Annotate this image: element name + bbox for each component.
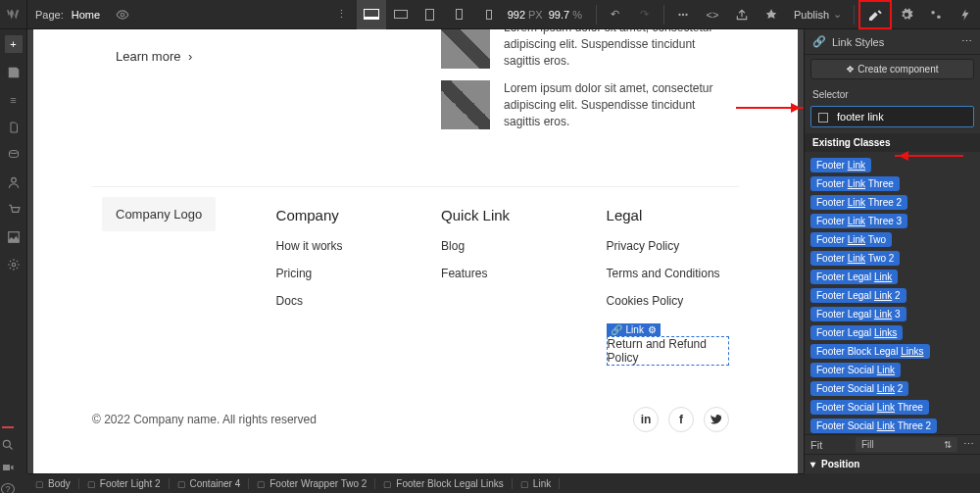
footer-link[interactable]: Privacy Policy — [607, 239, 729, 253]
class-tag[interactable]: Footer Link Three 2 — [810, 195, 907, 210]
pages-icon[interactable] — [6, 65, 22, 80]
fit-select[interactable]: Fill ⇅ — [856, 437, 957, 452]
device-laptop-icon[interactable] — [386, 0, 416, 29]
class-tag[interactable]: Footer Link Two 2 — [810, 251, 900, 266]
selector-icon — [817, 112, 829, 123]
gear-icon[interactable]: ⚙ — [648, 324, 657, 335]
style-panel: 🔗 Link Styles ⋯ ❖ Create component Selec… — [804, 29, 980, 473]
device-mobile-icon[interactable] — [474, 0, 504, 29]
selected-element-badge[interactable]: 🔗 Link ⚙ — [607, 323, 661, 336]
svg-point-3 — [685, 13, 687, 15]
class-tag[interactable]: Footer Legal Link 3 — [810, 307, 906, 321]
video-icon[interactable] — [0, 462, 16, 473]
svg-point-9 — [12, 263, 16, 267]
footer-link[interactable]: Pricing — [276, 267, 383, 280]
class-tag[interactable]: Footer Link Two — [810, 232, 892, 247]
help-icon[interactable]: ? — [1, 483, 15, 493]
style-panel-icon[interactable] — [858, 0, 892, 29]
ecommerce-icon[interactable] — [6, 202, 22, 218]
zoom-value[interactable]: 99.7 — [549, 9, 569, 21]
settings-panel-icon[interactable] — [892, 0, 921, 29]
assets-icon[interactable] — [6, 229, 22, 245]
record-icon[interactable] — [2, 426, 14, 428]
selector-input[interactable]: footer link — [810, 106, 974, 127]
left-rail: + ≡ ? — [0, 29, 27, 473]
select-handle-icon: ⇅ — [944, 439, 952, 450]
file-icon[interactable] — [6, 120, 22, 135]
code-icon[interactable]: <> — [698, 0, 727, 29]
more-icon[interactable]: ⋮ — [327, 0, 357, 29]
redo-icon[interactable]: ↷ — [630, 0, 660, 29]
more-icon[interactable]: ⋯ — [963, 438, 974, 451]
navigator-icon[interactable]: ≡ — [6, 92, 22, 108]
publish-button[interactable]: Publish — [786, 9, 833, 21]
class-tag[interactable]: Footer Link — [810, 158, 871, 173]
add-element-icon[interactable]: + — [5, 35, 23, 53]
twitter-icon[interactable] — [704, 407, 729, 432]
linkedin-icon[interactable]: in — [633, 407, 659, 432]
footer-link[interactable]: Docs — [276, 294, 383, 308]
breadcrumb-item[interactable]: ▢Body — [27, 478, 79, 489]
audit-icon[interactable] — [757, 0, 786, 29]
class-tag[interactable]: Footer Social Link Three — [810, 400, 929, 415]
learn-more-link[interactable]: Learn more — [116, 49, 180, 64]
footer-link[interactable]: Blog — [441, 239, 548, 253]
footer-columns: Company Logo Company How it works Pricin… — [33, 207, 798, 379]
users-icon[interactable] — [6, 174, 22, 190]
thumbnail-icon — [441, 29, 490, 69]
class-tag[interactable]: Footer Social Link Three 2 — [810, 419, 937, 433]
breadcrumb-item[interactable]: ▢Footer Light 2 — [79, 478, 170, 489]
cms-icon[interactable] — [6, 147, 22, 163]
search-icon[interactable] — [0, 438, 16, 452]
link-icon: 🔗 — [611, 324, 622, 335]
class-tag[interactable]: Footer Legal Link 2 — [810, 288, 906, 303]
svg-point-2 — [682, 13, 684, 15]
footer-link[interactable]: Terms and Conditions — [607, 267, 729, 280]
footer-col-title: Legal — [607, 207, 729, 223]
interactions-panel-icon[interactable] — [921, 0, 951, 29]
company-logo[interactable]: Company Logo — [102, 197, 216, 231]
breadcrumb-item[interactable]: ▢Link — [513, 478, 560, 489]
collapse-icon[interactable]: ▾ — [810, 459, 815, 469]
element-icon: ▢ — [520, 479, 529, 489]
svg-point-1 — [678, 13, 680, 15]
svg-point-0 — [121, 13, 124, 17]
class-tag[interactable]: Footer Block Legal Links — [810, 344, 930, 359]
preview-icon[interactable] — [108, 0, 137, 29]
chevron-down-icon[interactable]: ⌄ — [833, 8, 842, 21]
thumbnail-icon — [441, 80, 490, 129]
class-tag[interactable]: Footer Social Link 2 — [810, 381, 908, 396]
class-tag[interactable]: Footer Legal Links — [810, 325, 903, 340]
undo-icon[interactable]: ↶ — [601, 0, 630, 29]
footer-link[interactable]: Features — [441, 267, 548, 280]
breadcrumb-item[interactable]: ▢Container 4 — [170, 478, 250, 489]
comment-icon[interactable] — [668, 0, 698, 29]
canvas-width[interactable]: 992 — [508, 9, 525, 21]
page-name[interactable]: Home — [72, 9, 100, 21]
svg-point-5 — [937, 15, 941, 18]
selected-footer-link[interactable]: Return and Refund Policy — [607, 336, 729, 366]
webflow-logo-icon[interactable] — [7, 8, 21, 22]
breadcrumb-item[interactable]: ▢Footer Wrapper Two 2 — [249, 478, 375, 489]
create-component-button[interactable]: ❖ Create component — [810, 59, 974, 79]
footer-link[interactable]: Cookies Policy — [607, 294, 729, 308]
device-tablet-sm-icon[interactable] — [445, 0, 474, 29]
element-icon: ▢ — [35, 479, 44, 489]
class-tag[interactable]: Footer Link Three — [810, 176, 900, 191]
breadcrumb-item[interactable]: ▢Footer Block Legal Links — [375, 478, 513, 489]
class-tag[interactable]: Footer Social Link — [810, 363, 901, 377]
svg-rect-12 — [819, 114, 828, 123]
export-icon[interactable] — [727, 0, 757, 29]
facebook-icon[interactable]: f — [668, 407, 694, 432]
footer-link[interactable]: How it works — [276, 239, 383, 253]
class-tag[interactable]: Footer Legal Link — [810, 270, 898, 284]
effects-panel-icon[interactable] — [951, 0, 980, 29]
device-desktop-icon[interactable] — [357, 0, 386, 29]
element-icon: ▢ — [87, 479, 96, 489]
more-icon[interactable]: ⋯ — [961, 35, 972, 48]
design-canvas[interactable]: Learn more › Lorem ipsum dolor sit amet,… — [27, 29, 804, 473]
device-tablet-icon[interactable] — [416, 0, 445, 29]
settings-icon[interactable] — [6, 257, 22, 272]
class-tag[interactable]: Footer Link Three 3 — [810, 214, 907, 228]
page-preview: Learn more › Lorem ipsum dolor sit amet,… — [33, 29, 798, 473]
